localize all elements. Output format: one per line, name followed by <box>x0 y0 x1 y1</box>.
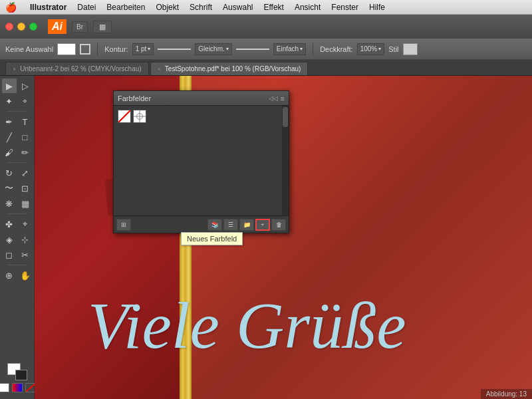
menu-ansicht[interactable]: Ansicht <box>295 3 321 12</box>
type-tool[interactable]: T <box>18 114 33 129</box>
tab-close-icon[interactable]: × <box>158 66 161 72</box>
swatch-libraries-button[interactable]: 📚 <box>207 219 222 231</box>
menu-illustrator[interactable]: Illustrator <box>30 3 66 12</box>
warp-tool[interactable]: 〜 <box>2 181 17 196</box>
main-area: ▶ ▷ ✦ ⚬ ✒ T ╱ □ 🖌 ✏ ↻ ⤢ 〜 ⊡ ❋ <box>0 76 532 399</box>
pen-tool[interactable]: ✒ <box>2 114 17 129</box>
tab-testspot[interactable]: × TestSpotohne.pdf* bei 100 % (RGB/Vorsc… <box>150 62 309 75</box>
tool-separator-2 <box>7 162 27 163</box>
menu-auswahl[interactable]: Auswahl <box>223 3 253 12</box>
none-swatch[interactable] <box>118 110 131 123</box>
direct-selection-tool[interactable]: ▷ <box>18 78 33 93</box>
tab-close-icon[interactable]: × <box>13 66 16 72</box>
slice-tool[interactable]: ⊹ <box>18 232 33 247</box>
canvas-area: Viele Grüße Farbfelder ◁◁ ≡ <box>35 76 532 399</box>
registration-swatch[interactable] <box>133 110 146 123</box>
eraser-tool[interactable]: ◻ <box>2 247 17 262</box>
chevron-down-icon: ▾ <box>300 46 303 52</box>
maximize-button[interactable] <box>29 23 37 31</box>
minimize-button[interactable] <box>17 23 25 31</box>
magic-wand-tool[interactable]: ✦ <box>2 94 17 108</box>
gradient-mode-btn[interactable] <box>12 383 23 392</box>
shape-tool[interactable]: □ <box>18 130 33 144</box>
paintbrush-tool[interactable]: 🖌 <box>2 145 17 160</box>
deckkraft-label: Deckkraft: <box>320 45 353 53</box>
color-mode-row <box>0 383 36 392</box>
tool-separator-4 <box>7 265 27 265</box>
hand-tool[interactable]: ✋ <box>18 268 33 283</box>
selection-tool[interactable]: ▶ <box>2 78 17 93</box>
panel-body <box>114 106 289 215</box>
kontur-dropdown[interactable]: 1 pt ▾ <box>132 43 154 55</box>
scale-tool[interactable]: ⤢ <box>18 166 33 180</box>
stroke-style-dropdown[interactable]: Gleichm. ▾ <box>195 43 231 55</box>
eyedropper-tool[interactable]: ✤ <box>2 217 17 231</box>
separator-2 <box>313 43 313 56</box>
panel-scrollbar[interactable] <box>282 106 289 215</box>
panel-footer: ⊞ 📚 ☰ 📁 + 🗑 <box>114 215 289 233</box>
ai-logo: Ai <box>48 19 66 34</box>
tool-separator <box>7 111 27 112</box>
tab-bar: × Unbenannt-2 bei 62 % (CMYK/Vorschau) ×… <box>0 60 532 76</box>
chevron-down-icon: ▾ <box>226 46 229 52</box>
deckkraft-dropdown[interactable]: 100% ▾ <box>357 43 385 55</box>
line-tool[interactable]: ╱ <box>2 130 17 144</box>
chevron-down-icon: ▾ <box>148 46 150 52</box>
rotate-tool[interactable]: ↻ <box>2 166 17 180</box>
status-bar: Abbildung: 13 <box>481 389 532 399</box>
new-color-group-button[interactable]: 📁 <box>239 219 254 231</box>
fill-stroke-indicator[interactable] <box>7 363 27 380</box>
blend-tool[interactable]: ◈ <box>2 232 17 247</box>
stroke-style-2-dropdown[interactable]: Einfach ▾ <box>273 43 306 55</box>
stroke-preview-2 <box>236 49 269 50</box>
menu-bar: 🍎 Illustrator Datei Bearbeiten Objekt Sc… <box>0 0 532 15</box>
panel-scrollbar-thumb <box>283 107 288 127</box>
tooltip: Neues Farbfeld <box>181 232 243 245</box>
separator <box>97 43 98 56</box>
close-button[interactable] <box>5 23 13 31</box>
menu-datei[interactable]: Datei <box>77 3 96 12</box>
menu-effekt[interactable]: Effekt <box>263 3 283 12</box>
apple-menu[interactable]: 🍎 <box>5 2 17 13</box>
show-swatch-kinds-button[interactable]: ⊞ <box>116 219 131 231</box>
bridge-button[interactable]: Br <box>72 21 88 33</box>
panel-icon-button[interactable]: ▦ <box>93 21 112 33</box>
pencil-tool[interactable]: ✏ <box>18 145 33 160</box>
swatch-area <box>118 110 285 123</box>
normal-mode-btn[interactable] <box>0 383 9 392</box>
menu-bearbeiten[interactable]: Bearbeiten <box>106 3 145 12</box>
stroke-swatch[interactable] <box>80 44 90 55</box>
measure-tool[interactable]: ⌖ <box>18 217 33 231</box>
left-toolbar: ▶ ▷ ✦ ⚬ ✒ T ╱ □ 🖌 ✏ ↻ ⤢ 〜 ⊡ ❋ <box>0 76 35 399</box>
panel-title: Farbfelder <box>118 94 269 102</box>
fill-swatch[interactable] <box>57 43 76 55</box>
menu-schrift[interactable]: Schrift <box>190 3 212 12</box>
show-swatch-options-button[interactable]: ☰ <box>223 219 238 231</box>
panel-menu-icon[interactable]: ≡ <box>281 94 285 102</box>
main-text: Viele Grüße <box>88 293 532 359</box>
free-transform-tool[interactable]: ⊡ <box>18 181 33 196</box>
menu-fenster[interactable]: Fenster <box>331 3 358 12</box>
delete-swatch-button[interactable]: 🗑 <box>271 219 286 231</box>
menu-objekt[interactable]: Objekt <box>156 3 179 12</box>
tab-unbenannt[interactable]: × Unbenannt-2 bei 62 % (CMYK/Vorschau) <box>5 62 149 75</box>
selection-label: Keine Auswahl <box>5 45 53 53</box>
stroke-preview <box>158 49 191 50</box>
stil-label: Stil <box>388 45 398 53</box>
panel-collapse-icon[interactable]: ◁◁ <box>269 95 278 102</box>
options-toolbar: Keine Auswahl Kontur: 1 pt ▾ Gleichm. ▾ … <box>0 39 532 60</box>
chevron-down-icon: ▾ <box>378 46 381 52</box>
zoom-tool[interactable]: ⊕ <box>2 268 17 283</box>
stil-swatch[interactable] <box>403 43 418 55</box>
lasso-tool[interactable]: ⚬ <box>18 94 33 108</box>
menu-hilfe[interactable]: Hilfe <box>369 3 385 12</box>
chart-tool[interactable]: ▦ <box>18 196 33 211</box>
symbol-tool[interactable]: ❋ <box>2 196 17 211</box>
stroke-color[interactable] <box>15 370 27 380</box>
scissors-tool[interactable]: ✂ <box>18 247 33 262</box>
color-area <box>0 359 40 396</box>
title-bar: Ai Br ▦ <box>0 15 532 39</box>
panel-header: Farbfelder ◁◁ ≡ <box>114 91 289 106</box>
new-swatch-button[interactable]: + <box>255 219 270 231</box>
traffic-lights <box>5 23 37 31</box>
